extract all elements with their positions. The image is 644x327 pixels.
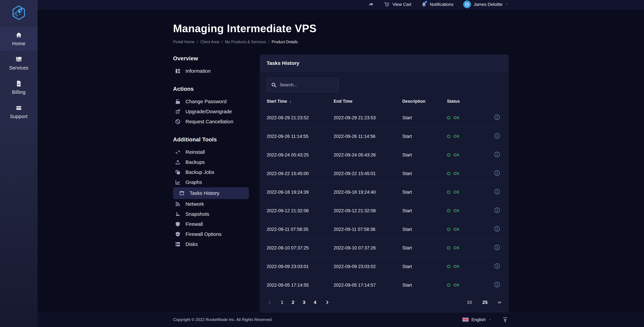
page-size-25[interactable]: 25 (482, 300, 488, 305)
cell-end-time: 2022-09-29 21:23:53 (334, 109, 402, 127)
search-input[interactable] (280, 82, 334, 87)
language-label: English (472, 317, 486, 322)
menu-section-heading: Additional Tools (173, 136, 249, 143)
cell-description: Start (402, 239, 447, 257)
next-page-button[interactable] (325, 300, 330, 305)
menu-item-network[interactable]: Network (173, 199, 249, 209)
sort-descending-icon: ↓ (290, 99, 292, 103)
cell-status: OK (447, 164, 484, 183)
breadcrumb-link-my-products-services[interactable]: My Products & Services (225, 40, 266, 44)
product-tools-menu: OverviewInformationActionsChange Passwor… (173, 55, 249, 249)
table-row: 2022-09-22 15:45:002022-09-22 15:45:01St… (267, 164, 502, 183)
main-content: Managing Intermediate VPS Portal Home/Cl… (38, 9, 644, 312)
user-menu[interactable]: James Deloitte (463, 0, 508, 8)
cell-status: OK (447, 183, 484, 202)
menu-item-firewall-options[interactable]: Firewall Options (173, 229, 249, 239)
status-badge: OK (447, 227, 484, 232)
menu-item-label: Backup Jobs (186, 169, 214, 175)
share-button[interactable] (368, 1, 374, 7)
status-ok-ring-icon (447, 246, 450, 250)
status-label: OK (453, 227, 460, 232)
page-button-1[interactable]: 1 (281, 300, 284, 305)
menu-item-firewall[interactable]: Firewall (173, 219, 249, 229)
menu-item-reinstall[interactable]: Reinstall (173, 147, 249, 157)
sidebar-item-services[interactable]: Services (0, 51, 38, 75)
page-button-4[interactable]: 4 (314, 300, 316, 305)
page-button-2[interactable]: 2 (292, 300, 294, 305)
column-header-start-time[interactable]: Start Time↓ (267, 98, 334, 109)
cell-start-time: 2022-09-12 21:32:06 (267, 202, 334, 220)
task-info-button[interactable] (494, 114, 500, 121)
cell-end-time: 2022-09-05 17:14:57 (334, 276, 402, 294)
support-icon (15, 104, 22, 111)
notifications-button[interactable]: Notifications (421, 1, 454, 7)
task-info-button[interactable] (494, 207, 500, 214)
breadcrumb-link-portal-home[interactable]: Portal Home (173, 40, 194, 44)
sidebar-item-billing[interactable]: Billing (0, 75, 38, 100)
cell-description: Start (402, 220, 447, 239)
shield-minus-icon (175, 231, 181, 237)
task-info-button[interactable] (494, 226, 500, 232)
column-header-status[interactable]: Status (447, 98, 484, 109)
cell-start-time: 2022-09-18 19:24:39 (267, 183, 334, 202)
status-label: OK (453, 190, 460, 195)
breadcrumb-link-client-area[interactable]: Client Area (200, 40, 219, 44)
cell-description: Start (402, 109, 447, 127)
previous-page-button[interactable] (267, 300, 272, 305)
avatar (463, 0, 471, 8)
menu-item-snapshots[interactable]: Snapshots (173, 209, 249, 219)
menu-item-backups[interactable]: Backups (173, 157, 249, 167)
menu-item-information[interactable]: Information (173, 66, 249, 76)
columns-icon (175, 68, 181, 74)
column-header-description[interactable]: Description (402, 98, 447, 109)
menu-item-label: Request Cancellation (186, 119, 233, 124)
page-size-infinity[interactable]: ∞ (498, 300, 501, 305)
view-cart-button[interactable]: View Cart (384, 1, 411, 7)
sidebar: HomeServicesBillingSupport (0, 0, 38, 327)
menu-item-label: Network (186, 201, 204, 207)
cell-status: OK (447, 127, 484, 146)
cell-description: Start (402, 183, 447, 202)
menu-item-disks[interactable]: Disks (173, 239, 249, 249)
breadcrumb-separator: / (197, 40, 198, 44)
services-icon (15, 56, 22, 63)
sidebar-item-support[interactable]: Support (0, 100, 38, 124)
status-badge: OK (447, 264, 484, 269)
language-selector[interactable]: English (462, 317, 492, 322)
rocketnode-logo[interactable] (0, 0, 38, 27)
ban-icon (175, 119, 181, 125)
task-info-button[interactable] (494, 281, 500, 288)
column-header-end-time[interactable]: End Time (334, 98, 402, 109)
menu-item-tasks-history[interactable]: Tasks History (173, 187, 249, 199)
cell-start-time: 2022-09-10 07:37:25 (267, 239, 334, 257)
menu-item-graphs[interactable]: Graphs (173, 177, 249, 187)
sidebar-item-home[interactable]: Home (0, 27, 38, 51)
unlock-icon (175, 98, 181, 104)
task-info-button[interactable] (494, 151, 500, 158)
scroll-to-top-button[interactable] (502, 316, 508, 323)
page-button-3[interactable]: 3 (303, 300, 306, 305)
footer: Copyright © 2022 RocketNode Inc. All Rig… (38, 312, 644, 327)
page-size-10[interactable]: 10 (467, 300, 472, 305)
menu-item-label: Information (186, 68, 211, 74)
task-info-button[interactable] (494, 263, 500, 269)
cell-status: OK (447, 220, 484, 239)
table-row: 2022-09-12 21:32:062022-09-12 21:32:08St… (267, 202, 502, 220)
task-info-button[interactable] (494, 170, 500, 176)
cell-description: Start (402, 257, 447, 276)
menu-item-backup-jobs[interactable]: Backup Jobs (173, 167, 249, 177)
cell-description: Start (402, 276, 447, 294)
task-info-button[interactable] (494, 132, 500, 139)
menu-item-label: Disks (186, 241, 198, 247)
menu-item-change-password[interactable]: Change Password (173, 96, 249, 106)
task-info-button[interactable] (494, 244, 500, 251)
task-info-button[interactable] (494, 188, 500, 195)
status-label: OK (453, 283, 460, 288)
cell-info (485, 146, 502, 164)
menu-item-upgrade-downgrade[interactable]: Upgrade/Downgrade (173, 106, 249, 117)
tasks-history-card: Tasks History Start Time↓End TimeDescrip… (260, 55, 508, 312)
home-icon (15, 31, 22, 38)
menu-item-label: Graphs (186, 179, 202, 185)
menu-item-request-cancellation[interactable]: Request Cancellation (173, 117, 249, 127)
cell-end-time: 2022-09-11 07:58:36 (334, 220, 402, 239)
